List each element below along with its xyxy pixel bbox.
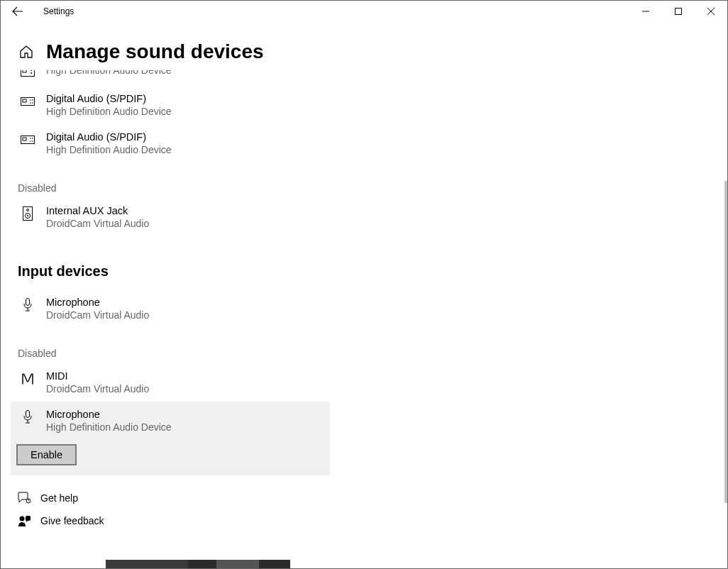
device-item[interactable]: Digital Audio (S/PDIF) High Definition A…	[18, 124, 337, 162]
svg-rect-22	[26, 411, 30, 418]
disabled-label: Disabled	[18, 182, 723, 194]
give-feedback-link[interactable]: Give feedback	[18, 514, 723, 528]
close-icon	[707, 8, 715, 15]
device-name: Microphone	[46, 297, 149, 308]
svg-point-14	[32, 138, 33, 139]
device-subtitle: High Definition Audio Device	[46, 144, 172, 155]
minimize-icon	[642, 8, 649, 15]
home-icon	[19, 45, 33, 59]
svg-rect-21	[26, 299, 30, 306]
svg-point-18	[27, 209, 29, 211]
device-name: MIDI	[46, 370, 149, 382]
device-subtitle: High Definition Audio Device	[46, 106, 172, 117]
maximize-button[interactable]	[662, 1, 695, 22]
device-item[interactable]: Internal AUX Jack DroidCam Virtual Audio	[18, 198, 337, 236]
device-texts: Microphone High Definition Audio Device	[46, 409, 172, 433]
soundcard-icon	[21, 70, 35, 79]
svg-rect-12	[23, 138, 26, 140]
device-subtitle: High Definition Audio Device	[46, 70, 172, 76]
device-name: Digital Audio (S/PDIF)	[46, 93, 172, 104]
svg-rect-2	[23, 70, 26, 72]
device-texts: Internal AUX Jack DroidCam Virtual Audio	[46, 205, 149, 229]
midi-icon	[21, 372, 35, 386]
device-item[interactable]: Microphone DroidCam Virtual Audio	[18, 289, 337, 328]
give-feedback-text: Give feedback	[40, 515, 104, 526]
svg-rect-0	[675, 9, 682, 15]
device-name: Digital Audio (S/PDIF)	[46, 131, 172, 143]
device-item[interactable]: High Definition Audio Device	[18, 70, 337, 86]
device-subtitle: High Definition Audio Device	[46, 421, 172, 433]
close-button[interactable]	[695, 1, 727, 22]
page-header: Manage sound devices	[1, 22, 727, 63]
device-name: Internal AUX Jack	[46, 205, 149, 216]
taskbar-fragment	[106, 560, 290, 568]
device-texts: Digital Audio (S/PDIF) High Definition A…	[46, 131, 172, 155]
svg-point-8	[32, 99, 33, 101]
scrollbar[interactable]	[724, 181, 727, 503]
svg-point-9	[30, 102, 31, 104]
arrow-left-icon	[12, 6, 23, 17]
device-texts: Microphone DroidCam Virtual Audio	[46, 297, 149, 321]
svg-point-4	[31, 72, 32, 74]
device-texts: Digital Audio (S/PDIF) High Definition A…	[46, 93, 172, 117]
input-devices-header: Input devices	[18, 263, 723, 280]
taskbar-segment	[106, 560, 188, 568]
content-area: High Definition Audio Device Digital Aud…	[1, 70, 723, 560]
svg-point-25	[20, 516, 25, 521]
svg-text:?: ?	[28, 499, 30, 503]
svg-point-15	[30, 140, 31, 142]
page-title: Manage sound devices	[46, 40, 264, 63]
soundcard-icon	[21, 94, 35, 109]
speaker-icon	[21, 206, 35, 221]
device-texts: High Definition Audio Device	[46, 70, 172, 76]
device-item[interactable]: Digital Audio (S/PDIF) High Definition A…	[18, 86, 337, 124]
svg-rect-6	[23, 99, 26, 102]
device-item-selected[interactable]: Microphone High Definition Audio Device	[18, 402, 323, 440]
svg-point-7	[30, 99, 31, 101]
soundcard-icon	[21, 133, 35, 147]
titlebar: Settings	[1, 1, 727, 22]
microphone-icon	[21, 298, 35, 312]
get-help-text: Get help	[40, 492, 78, 504]
svg-point-10	[32, 102, 33, 104]
footer-links: ? Get help Give feedback	[18, 491, 723, 528]
device-subtitle: DroidCam Virtual Audio	[46, 218, 149, 229]
enable-button[interactable]: Enable	[16, 444, 77, 465]
back-button[interactable]	[6, 1, 29, 22]
microphone-icon	[21, 410, 35, 424]
svg-point-16	[32, 140, 33, 142]
svg-point-13	[30, 138, 31, 139]
disabled-label: Disabled	[18, 348, 723, 359]
device-subtitle: DroidCam Virtual Audio	[46, 383, 149, 394]
minimize-button[interactable]	[629, 1, 662, 22]
selected-device-panel: Microphone High Definition Audio Device …	[11, 402, 330, 475]
taskbar-segment	[216, 560, 259, 568]
help-icon: ?	[18, 491, 32, 505]
window-controls	[629, 1, 727, 22]
device-texts: MIDI DroidCam Virtual Audio	[46, 370, 149, 394]
home-button[interactable]	[18, 43, 35, 60]
device-item[interactable]: MIDI DroidCam Virtual Audio	[18, 363, 337, 402]
svg-point-20	[27, 215, 28, 216]
device-subtitle: DroidCam Virtual Audio	[46, 309, 149, 321]
device-name: Microphone	[46, 409, 172, 420]
window-title: Settings	[43, 6, 74, 16]
svg-point-3	[31, 70, 32, 71]
feedback-icon	[18, 514, 32, 528]
get-help-link[interactable]: ? Get help	[18, 491, 723, 505]
maximize-icon	[675, 8, 682, 15]
